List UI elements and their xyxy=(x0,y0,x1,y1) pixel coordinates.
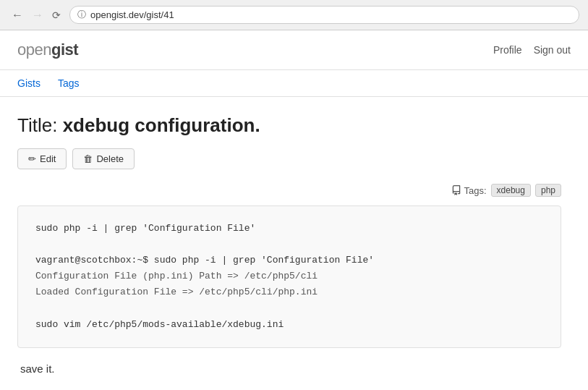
code-line-4: Configuration File (php.ini) Path => /et… xyxy=(35,271,318,281)
title-value: xdebug configuration. xyxy=(63,114,260,136)
tag-icon xyxy=(451,185,461,195)
logo-bold: gist xyxy=(51,41,78,59)
edit-label: Edit xyxy=(40,153,56,164)
action-buttons: ✏ Edit 🗑 Delete xyxy=(17,148,561,169)
tags-label: Tags: xyxy=(451,185,487,196)
lock-icon: ⓘ xyxy=(77,9,86,21)
edit-button[interactable]: ✏ Edit xyxy=(17,148,67,169)
tag-php[interactable]: php xyxy=(535,184,561,197)
sub-nav: Gists Tags xyxy=(0,70,588,97)
browser-chrome: ← → ⟳ ⓘ opengist.dev/gist/41 xyxy=(0,0,588,30)
edit-icon: ✏ xyxy=(28,153,36,164)
back-button[interactable]: ← xyxy=(9,8,26,22)
tags-row: Tags: xdebug php xyxy=(17,184,561,197)
delete-label: Delete xyxy=(96,153,124,164)
main-content: Title: xdebug configuration. ✏ Edit 🗑 De… xyxy=(0,97,579,390)
subnav-tags[interactable]: Tags xyxy=(58,70,91,96)
delete-button[interactable]: 🗑 Delete xyxy=(72,148,135,169)
nav-buttons: ← → ⟳ xyxy=(9,8,64,22)
code-line-3: vagrant@scotchbox:~$ sudo php -i | grep … xyxy=(35,255,374,266)
logo: opengist xyxy=(17,41,78,59)
code-line-7: sudo vim /etc/php5/mods-available/xdebug… xyxy=(35,319,284,330)
code-line-1: sudo php -i | grep 'Configuration File' xyxy=(35,223,255,234)
tags-label-text: Tags: xyxy=(464,185,487,196)
subnav-gists[interactable]: Gists xyxy=(17,70,52,96)
title-prefix: Title: xyxy=(17,114,57,136)
code-line-5: Loaded Configuration File => /etc/php5/c… xyxy=(35,287,318,297)
page-title: Title: xdebug configuration. xyxy=(17,114,561,137)
app-header: opengist Profile Sign out xyxy=(0,30,588,70)
address-bar[interactable]: ⓘ opengist.dev/gist/41 xyxy=(69,6,579,24)
logo-light: open xyxy=(17,41,51,59)
header-nav: Profile Sign out xyxy=(493,44,571,56)
trash-icon: 🗑 xyxy=(83,153,93,164)
url-text: opengist.dev/gist/41 xyxy=(90,9,174,20)
signout-link[interactable]: Sign out xyxy=(534,44,571,56)
tag-xdebug[interactable]: xdebug xyxy=(491,184,531,197)
refresh-button[interactable]: ⟳ xyxy=(49,8,64,22)
forward-button[interactable]: → xyxy=(29,8,46,22)
code-block: sudo php -i | grep 'Configuration File' … xyxy=(17,205,561,348)
save-text: save it. xyxy=(17,363,561,375)
profile-link[interactable]: Profile xyxy=(493,44,522,56)
